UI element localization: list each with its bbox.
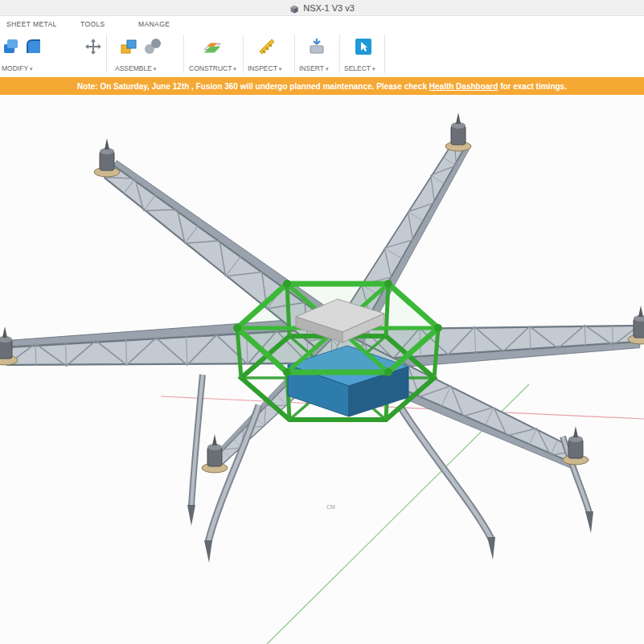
tab-tools[interactable]: TOOLS bbox=[80, 20, 105, 28]
fusion360-window: NSX-1 V3 v3 SHEET METAL TOOLS MANAGE bbox=[0, 0, 644, 644]
group-insert[interactable]: INSERT▾ bbox=[299, 64, 329, 72]
document-title: NSX-1 V3 v3 bbox=[303, 3, 355, 13]
titlebar: NSX-1 V3 v3 bbox=[0, 0, 644, 16]
tab-sheet-metal[interactable]: SHEET METAL bbox=[6, 20, 57, 28]
group-insert-label: INSERT bbox=[299, 64, 324, 72]
toolbar-divider bbox=[106, 35, 107, 73]
group-assemble[interactable]: ASSEMBLE▾ bbox=[115, 64, 156, 72]
plane-icon[interactable] bbox=[203, 37, 222, 56]
group-select[interactable]: SELECT▾ bbox=[344, 64, 375, 72]
chevron-down-icon: ▾ bbox=[30, 66, 33, 72]
fillet-icon[interactable] bbox=[24, 37, 43, 56]
move-icon[interactable] bbox=[84, 37, 103, 56]
chevron-down-icon: ▾ bbox=[154, 66, 157, 72]
group-construct-label: CONSTRUCT bbox=[189, 64, 232, 72]
joint-icon[interactable] bbox=[143, 37, 162, 56]
tab-manage[interactable]: MANAGE bbox=[138, 20, 170, 28]
group-construct[interactable]: CONSTRUCT▾ bbox=[189, 64, 236, 72]
drone-assembly[interactable] bbox=[0, 113, 644, 563]
document-cube-icon bbox=[289, 3, 299, 13]
group-inspect[interactable]: INSPECT▾ bbox=[248, 64, 281, 72]
chevron-down-icon: ▾ bbox=[326, 66, 329, 72]
select-icon[interactable] bbox=[354, 37, 373, 56]
group-assemble-label: ASSEMBLE bbox=[115, 64, 152, 72]
group-select-label: SELECT bbox=[344, 64, 371, 72]
motor-east[interactable] bbox=[628, 306, 644, 344]
motor-northwest[interactable] bbox=[94, 138, 120, 177]
banner-text-after: for exact timings. bbox=[498, 82, 567, 91]
health-dashboard-link[interactable]: Health Dashboard bbox=[429, 82, 498, 91]
toolbar-divider bbox=[339, 35, 340, 73]
model-viewport[interactable]: CM bbox=[0, 95, 644, 644]
origin-label: CM bbox=[326, 504, 335, 510]
workspace-tabs: SHEET METAL TOOLS MANAGE bbox=[0, 16, 644, 32]
new-component-icon[interactable] bbox=[119, 37, 138, 56]
insert-icon[interactable] bbox=[307, 37, 326, 56]
group-modify-label: MODIFY bbox=[2, 64, 28, 72]
toolbar-divider bbox=[384, 35, 385, 73]
group-modify[interactable]: MODIFY▾ bbox=[2, 64, 33, 72]
chevron-down-icon: ▾ bbox=[279, 66, 282, 72]
viewport-canvas[interactable] bbox=[0, 95, 644, 644]
chevron-down-icon: ▾ bbox=[233, 66, 236, 72]
toolbar-divider bbox=[183, 35, 184, 73]
toolbar-divider bbox=[243, 35, 244, 73]
maintenance-banner: Note: On Saturday, June 12th , Fusion 36… bbox=[0, 77, 644, 95]
measure-icon[interactable] bbox=[257, 37, 277, 56]
press-pull-icon[interactable] bbox=[2, 37, 21, 56]
toolbar-divider bbox=[294, 35, 295, 73]
banner-text-before: Note: On Saturday, June 12th , Fusion 36… bbox=[77, 82, 429, 91]
center-frame-green[interactable] bbox=[233, 280, 442, 420]
toolbar: MODIFY▾ ASSEMBLE▾ CONSTRUCT▾ INSPECT▾ IN… bbox=[0, 32, 644, 77]
group-inspect-label: INSPECT bbox=[248, 64, 277, 72]
motor-northeast[interactable] bbox=[445, 113, 471, 151]
origin-axes bbox=[161, 384, 644, 644]
chevron-down-icon: ▾ bbox=[372, 66, 375, 72]
